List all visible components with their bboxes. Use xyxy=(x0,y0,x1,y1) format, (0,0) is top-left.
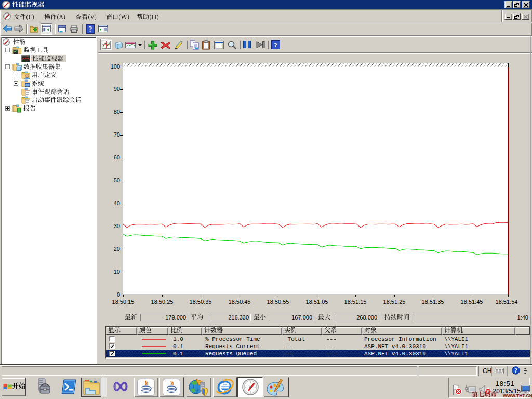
svg-text:01: 01 xyxy=(26,94,30,96)
svg-text:01: 01 xyxy=(26,102,30,104)
svg-text:?: ? xyxy=(274,41,277,49)
svg-text:?: ? xyxy=(89,25,92,33)
svg-text:?: ? xyxy=(514,367,517,374)
